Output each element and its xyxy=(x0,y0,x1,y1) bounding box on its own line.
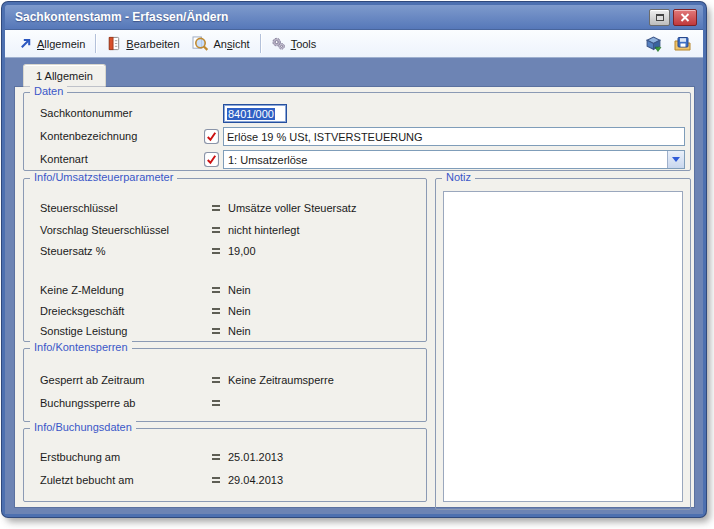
menu-allgemein[interactable]: Allgemein xyxy=(13,34,91,53)
value-bullet-icon xyxy=(212,248,220,256)
menu-ansicht[interactable]: Ansicht xyxy=(186,33,256,54)
sachkontonummer-value: 8401/000 xyxy=(227,108,275,120)
info-label: Steuersatz % xyxy=(40,245,105,257)
info-label: Buchungssperre ab xyxy=(40,397,135,409)
kontenart-validate-button[interactable] xyxy=(204,152,219,167)
info-row: Vorschlag Steuerschlüssel nicht hinterle… xyxy=(24,223,426,238)
titlebar: Sachkontenstamm - Erfassen/Ändern xyxy=(5,5,703,30)
titlebar-buttons xyxy=(649,9,697,26)
sachkontonummer-input[interactable]: 8401/000 xyxy=(223,104,287,123)
info-value: Nein xyxy=(228,284,251,296)
toolbar-separator xyxy=(95,34,96,53)
toolbar-right xyxy=(645,35,695,52)
maximize-icon xyxy=(656,14,664,21)
sachkontonummer-label: Sachkontonummer xyxy=(40,107,132,119)
info-label: Keine Z-Meldung xyxy=(40,284,124,296)
info-row: Steuerschlüssel Umsätze voller Steuersat… xyxy=(24,201,426,216)
value-bullet-icon xyxy=(212,477,220,485)
main-panel: Daten Sachkontonummer 8401/000 Kontenbez… xyxy=(15,87,694,507)
value-bullet-icon xyxy=(212,287,220,295)
group-umsatzsteuerparameter: Info/Umsatzsteuerparameter Steuerschlüss… xyxy=(23,178,427,342)
gears-icon xyxy=(271,36,286,51)
menu-bearbeiten[interactable]: Bearbeiten xyxy=(100,33,185,54)
info-label: Zuletzt bebucht am xyxy=(40,474,134,486)
notebook-icon xyxy=(106,36,121,51)
info-row: Dreiecksgeschäft Nein xyxy=(24,304,426,319)
notiz-textarea[interactable] xyxy=(443,191,683,502)
close-icon xyxy=(680,13,690,22)
group-umsatzsteuerparameter-legend: Info/Umsatzsteuerparameter xyxy=(30,171,177,183)
magnifier-icon xyxy=(192,36,209,51)
info-row: Erstbuchung am 25.01.2013 xyxy=(24,450,426,465)
info-label: Erstbuchung am xyxy=(40,451,120,463)
info-value: 29.04.2013 xyxy=(228,474,283,486)
value-bullet-icon xyxy=(212,308,220,316)
red-check-icon xyxy=(204,129,219,144)
info-label: Sonstige Leistung xyxy=(40,325,127,337)
group-buchungsdaten-legend: Info/Buchungsdaten xyxy=(30,421,136,433)
kontenbezeichnung-validate-button[interactable] xyxy=(204,129,219,144)
package-icon xyxy=(645,35,662,52)
info-value: Keine Zeitraumsperre xyxy=(228,374,334,386)
info-label: Vorschlag Steuerschlüssel xyxy=(40,224,169,236)
value-bullet-icon xyxy=(212,377,220,385)
package-export-button[interactable] xyxy=(645,35,662,52)
group-notiz: Notiz xyxy=(435,178,691,510)
window-title: Sachkontenstamm - Erfassen/Ändern xyxy=(15,10,228,24)
info-label: Steuerschlüssel xyxy=(40,202,118,214)
menu-tools-label: Tools xyxy=(291,38,317,50)
toolbar-separator xyxy=(260,34,261,53)
value-bullet-icon xyxy=(212,205,220,213)
value-bullet-icon xyxy=(212,227,220,235)
info-row: Steuersatz % 19,00 xyxy=(24,244,426,259)
group-notiz-legend: Notiz xyxy=(442,171,475,183)
info-row: Buchungssperre ab xyxy=(24,396,426,411)
close-button[interactable] xyxy=(673,9,697,26)
menu-bearbeiten-label: Bearbeiten xyxy=(126,38,179,50)
red-check-icon xyxy=(204,152,219,167)
info-value: Umsätze voller Steuersatz xyxy=(228,202,356,214)
row-kontenart: Kontenart 1: Umsatzerlöse xyxy=(24,150,690,169)
arrow-up-right-icon xyxy=(19,37,32,50)
info-row: Zuletzt bebucht am 29.04.2013 xyxy=(24,473,426,488)
info-value: Nein xyxy=(228,325,251,337)
value-bullet-icon xyxy=(212,328,220,336)
kontenart-dropdown[interactable]: 1: Umsatzerlöse xyxy=(223,150,685,169)
info-row: Sonstige Leistung Nein xyxy=(24,324,426,339)
group-buchungsdaten: Info/Buchungsdaten Erstbuchung am 25.01.… xyxy=(23,428,427,502)
kontenart-selected-value: 1: Umsatzerlöse xyxy=(224,154,667,166)
menu-tools[interactable]: Tools xyxy=(265,33,323,54)
info-value: nicht hinterlegt xyxy=(228,224,300,236)
row-sachkontonummer: Sachkontonummer 8401/000 xyxy=(24,104,690,123)
row-kontenbezeichnung: Kontenbezeichnung xyxy=(24,127,690,146)
kontenart-label: Kontenart xyxy=(40,153,88,165)
group-daten-legend: Daten xyxy=(30,85,67,97)
kontenbezeichnung-label: Kontenbezeichnung xyxy=(40,130,137,142)
tab-allgemein-label: 1 Allgemein xyxy=(36,70,93,82)
kontenbezeichnung-input[interactable] xyxy=(223,127,685,146)
save-icon xyxy=(674,36,691,52)
group-kontensperren: Info/Kontensperren Gesperrt ab Zeitraum … xyxy=(23,348,427,422)
menu-allgemein-label: Allgemein xyxy=(37,38,85,50)
info-row: Gesperrt ab Zeitraum Keine Zeitraumsperr… xyxy=(24,373,426,388)
group-kontensperren-legend: Info/Kontensperren xyxy=(30,341,132,353)
info-label: Gesperrt ab Zeitraum xyxy=(40,374,145,386)
value-bullet-icon xyxy=(212,454,220,462)
info-row: Keine Z-Meldung Nein xyxy=(24,283,426,298)
tab-allgemein[interactable]: 1 Allgemein xyxy=(23,64,106,87)
chevron-down-icon xyxy=(672,157,680,162)
info-value: 19,00 xyxy=(228,245,256,257)
app-window: Sachkontenstamm - Erfassen/Ändern Allgem… xyxy=(2,2,706,517)
content-area: 1 Allgemein Daten Sachkontonummer 8401/0… xyxy=(5,59,703,514)
menu-ansicht-label: Ansicht xyxy=(214,38,250,50)
info-value: 25.01.2013 xyxy=(228,451,283,463)
value-bullet-icon xyxy=(212,400,220,408)
maximize-button[interactable] xyxy=(649,9,670,26)
info-label: Dreiecksgeschäft xyxy=(40,305,124,317)
save-button[interactable] xyxy=(674,36,691,52)
kontenart-dropdown-button[interactable] xyxy=(667,151,684,168)
group-daten: Daten Sachkontonummer 8401/000 Kontenbez… xyxy=(23,92,691,171)
info-value: Nein xyxy=(228,305,251,317)
menubar: Allgemein Bearbeiten Ansicht Tools xyxy=(5,30,703,58)
